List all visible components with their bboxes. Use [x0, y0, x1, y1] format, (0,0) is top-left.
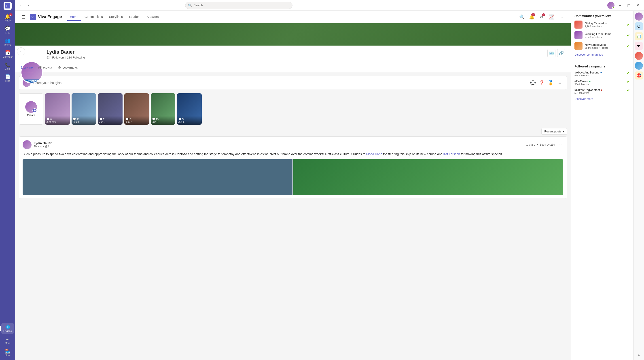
story-item-4[interactable]: 💬 2 Jun 7	[124, 93, 149, 125]
story-comment-4: 💬 2	[126, 118, 148, 121]
story-comment-2: 💬 11	[73, 118, 95, 121]
story-item-5[interactable]: 💬 23 Jun 6	[151, 93, 175, 125]
viva-search-btn[interactable]: 🔍	[518, 13, 526, 21]
status-dot	[612, 7, 614, 9]
nav-item-store[interactable]: 🏪 Store	[1, 347, 14, 358]
tab-storyline[interactable]: Storyline	[20, 63, 33, 72]
story-item-6[interactable]: 💬 5 Jun 6	[177, 93, 202, 125]
post-meta: 2h ago • @2	[34, 145, 52, 148]
nav-item-activity[interactable]: 🔔 Activity 1	[1, 12, 14, 24]
viva-analytics-btn[interactable]: 📈	[548, 13, 556, 21]
more-icon: ···	[6, 337, 10, 341]
minimize-btn[interactable]: –	[616, 2, 624, 9]
message-action-btn[interactable]: 💬	[529, 79, 536, 86]
profile-link-btn[interactable]: 🔗	[557, 49, 565, 57]
maximize-btn[interactable]: ◻	[625, 2, 632, 9]
tab-all-activity[interactable]: All activity	[38, 63, 52, 72]
far-right-app-4[interactable]: 🎯	[635, 71, 643, 79]
story-overlay-3: 💬 7 Jun 8	[98, 116, 122, 125]
verified-icon-dogs: ●	[600, 88, 602, 92]
calls-label: Calls	[5, 67, 10, 70]
teams-sidebar: T 🔔 Activity 1 💬 Chat 👥 Teams 📅 Calendar…	[0, 0, 15, 360]
far-right-app-2[interactable]: 📊	[635, 32, 643, 40]
viva-nav-storylines[interactable]: Storylines	[106, 13, 126, 21]
nav-item-calendar[interactable]: 📅 Calendar	[1, 49, 14, 60]
tab-my-bookmarks[interactable]: My bookmarks	[58, 63, 78, 72]
post-author-info: Lydia Bauer 2h ago • @2	[34, 141, 52, 148]
right-sidebar: Communities you follow Giving Campaign 1…	[571, 11, 633, 360]
messages-badge: 5	[542, 13, 545, 16]
nav-arrows: ‹ ›	[18, 2, 31, 8]
campaign-item-above[interactable]: #AboveAndBeyond ● 534 followers ✔	[574, 71, 630, 77]
main-content: ☰ V Viva Engage Home Communities Storyli…	[15, 11, 644, 360]
viva-nav-leaders[interactable]: Leaders	[126, 13, 143, 21]
nav-item-more[interactable]: ··· More	[1, 335, 14, 346]
discover-more-link[interactable]: Discover more	[574, 97, 593, 101]
story-date-5: Jun 6	[152, 121, 174, 123]
question-action-btn[interactable]: ❓	[538, 79, 546, 86]
profile-card-btn[interactable]: 🪪	[548, 49, 556, 57]
post-avatar	[22, 140, 32, 149]
community-item-wfh[interactable]: Working From Home 7,943 members ✔	[574, 31, 630, 39]
story-item-2[interactable]: 💬 11 Jun 8	[72, 93, 96, 125]
back-arrow-btn[interactable]: ‹	[18, 2, 24, 8]
nav-item-chat[interactable]: 💬 Chat	[1, 24, 14, 36]
viva-messages-btn[interactable]: ✉ 5	[538, 13, 546, 21]
nav-item-teams[interactable]: 👥 Teams	[1, 37, 14, 48]
far-right-avatar-2[interactable]	[635, 52, 643, 60]
forward-arrow-btn[interactable]: ›	[25, 2, 31, 8]
story-create[interactable]: + Create	[19, 93, 44, 125]
viva-nav-answers[interactable]: Answers	[144, 13, 162, 21]
far-right-avatar-3[interactable]	[635, 62, 643, 70]
campaign-name-gogreen: #GoGreen ●	[574, 79, 625, 83]
post-more-btn[interactable]: ···	[557, 142, 563, 148]
viva-notifications-btn[interactable]: 🔔 12	[528, 13, 536, 21]
viva-nav-communities[interactable]: Communities	[82, 13, 106, 21]
nav-item-files[interactable]: 📄 Files	[1, 73, 14, 84]
community-info-new-emp: New Employees 85 members • Private	[585, 43, 624, 49]
back-btn[interactable]: ‹	[17, 47, 25, 55]
campaign-item-dogs[interactable]: #CutestDogContest ● 534 followers ✔	[574, 88, 630, 94]
search-bar[interactable]: 🔍	[185, 2, 292, 9]
praise-action-btn[interactable]: 🏅	[547, 79, 554, 86]
close-btn[interactable]: ✕	[634, 2, 641, 9]
calendar-icon: 📅	[5, 50, 10, 55]
post-link-mona[interactable]: Mona Kane	[366, 152, 382, 156]
story-item-1[interactable]: 💬 8 Just now	[45, 93, 70, 125]
story-comment-6: 💬 5	[178, 118, 200, 121]
nav-item-calls[interactable]: 📞 Calls	[1, 61, 14, 72]
communities-section: Communities you follow Giving Campaign 1…	[574, 14, 630, 56]
story-item-3[interactable]: 💬 7 Jun 8	[98, 93, 122, 125]
community-item-giving[interactable]: Giving Campaign 1,268 members ✔	[574, 20, 630, 29]
nav-item-engage[interactable]: 💠 Engage	[1, 323, 14, 334]
hamburger-btn[interactable]: ☰	[20, 13, 26, 20]
search-input[interactable]	[194, 3, 290, 7]
post-link-kat[interactable]: Kat Larsson	[443, 152, 460, 156]
viva-more-btn[interactable]: ···	[557, 13, 565, 21]
community-item-new-emp[interactable]: New Employees 85 members • Private ✔	[574, 42, 630, 50]
more-options-btn[interactable]: ···	[598, 2, 606, 9]
profile-name: Lydia Bauer	[46, 49, 85, 55]
list-action-btn[interactable]: ≡	[556, 79, 563, 86]
post-stats: 1 share • Seen by 264	[526, 143, 555, 146]
store-label: Store	[5, 354, 10, 357]
chat-icon: 💬	[5, 26, 10, 31]
share-input[interactable]	[33, 81, 526, 85]
far-right-app-1[interactable]: C	[635, 22, 643, 30]
far-right-app-3[interactable]: ❤	[635, 42, 643, 50]
calendar-label: Calendar	[3, 55, 13, 58]
campaigns-section: Followed campaigns #AboveAndBeyond ● 534…	[574, 65, 630, 101]
campaign-item-gogreen[interactable]: #GoGreen ● 534 followers ✔	[574, 79, 630, 86]
recent-posts-btn[interactable]: Recent posts ▾	[541, 128, 567, 135]
post-shares: 1 share	[526, 143, 535, 146]
discover-communities-link[interactable]: Discover communities	[574, 53, 603, 56]
user-avatar-top[interactable]	[607, 2, 614, 9]
far-right-avatar-1[interactable]	[635, 12, 643, 20]
viva-nav-home[interactable]: Home	[67, 13, 81, 21]
collapse-panel-btn[interactable]: «	[635, 351, 642, 358]
community-name-new-emp: New Employees	[585, 43, 624, 46]
post-card: Lydia Bauer 2h ago • @2 1 share • Seen b…	[19, 137, 567, 199]
center-area: #CAMPAIGN TITLE ‹ Lydia Bauer 534 Follow…	[15, 23, 571, 360]
community-check-new-emp: ✔	[627, 44, 630, 48]
campaign-info-above: #AboveAndBeyond ● 534 followers	[574, 71, 625, 77]
